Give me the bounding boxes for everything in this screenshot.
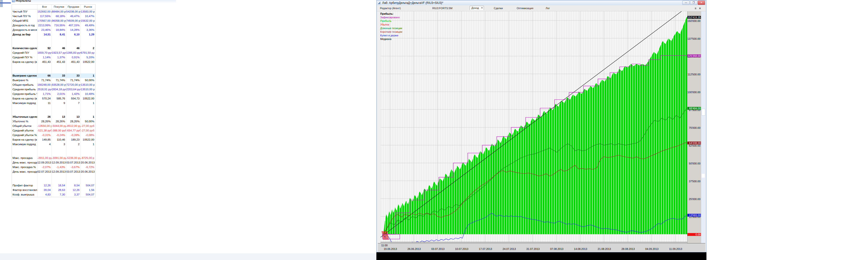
cell-value: 49,47%	[66, 14, 81, 18]
legend-item: Убыток	[380, 23, 402, 27]
cell-value: 13510,00 р	[81, 87, 95, 92]
table-row[interactable]: Чистый П/У152692,00 р88484,00 ру54208,00…	[12, 9, 95, 14]
results-window-caption[interactable]: Результаты	[11, 0, 176, 3]
cell-value: 1,37%	[52, 55, 66, 60]
table-row[interactable]: Баров на сделку (в ср451,43451,43451,431…	[12, 60, 95, 64]
cell-value: 50,00%	[81, 119, 95, 124]
table-row[interactable]: Доходность в год2213,99%716,55%407,15%49…	[12, 23, 95, 28]
cell-value: 4,83	[37, 192, 52, 197]
tab-оптимизация[interactable]: Оптимизация	[515, 6, 535, 10]
vertical-scrollbar[interactable]	[701, 5, 706, 243]
column-header: Продажи	[66, 5, 81, 9]
table-row[interactable]: Коэф. выигрыша4,837,303,37504,07	[12, 192, 95, 197]
table-row[interactable]: Максимум подряд4321	[12, 142, 95, 147]
table-row[interactable]: Средняя прибыль2518,91 руб2834,18 руб220…	[12, 87, 95, 92]
row-label: День макс. просадки	[12, 170, 37, 174]
table-row[interactable]: Общий MFE170567,00 р96058,00 ру74509,00 …	[12, 18, 95, 23]
table-row[interactable]: Баров на сделку (в ср149,85110,46189,231…	[12, 138, 95, 142]
x-axis-date: 03.07.2013	[431, 248, 444, 250]
minimize-button[interactable]: —	[682, 1, 689, 5]
y-axis-tick: 112'500.00	[688, 73, 701, 76]
tab-сделки[interactable]: Сделки	[492, 6, 504, 10]
cell-value: -0,24%	[52, 133, 66, 138]
chart-legend: Прибыль: ЗафиксированоПрибыльУбытокДлинн…	[380, 12, 402, 41]
table-row[interactable]: Общая прибыль166248,00 р93528,00 ру72720…	[12, 82, 95, 87]
cell-value: 33	[66, 73, 81, 78]
panel-close-icon[interactable]: ✕	[699, 7, 701, 10]
maximize-button[interactable]: ❐	[690, 1, 697, 5]
cell-value: -27,00 руб	[81, 128, 95, 133]
cell-value: 03.07.2013	[66, 170, 81, 174]
tab-доход[interactable]: Доход✕	[470, 6, 484, 10]
cell-value: 1,14%	[37, 55, 52, 60]
tab-riu3-forts-5m[interactable]: RIU3:FORTS:5M	[431, 6, 454, 10]
cell-value: 585,76	[52, 96, 66, 101]
cell-value: 0,91%	[66, 55, 81, 60]
row-label: Фактор восстановлени	[12, 188, 37, 192]
row-label: Убыточных сделок	[12, 115, 37, 119]
legend-item: Зафиксировано	[380, 16, 402, 19]
x-axis-time-label: 11:00	[381, 244, 388, 247]
statistics-table[interactable]: ВсеПокупкиПродажиРынокЧистый П/У152692,0…	[11, 4, 95, 197]
table-row[interactable]: Средний П/У %1,14%1,37%0,91%5,20%	[12, 55, 95, 60]
x-axis: 11:00 19.06.201326.06.201303.07.201310.0…	[378, 243, 705, 252]
tab-лог[interactable]: Лог	[544, 6, 551, 10]
table-row[interactable]: День макс. просадки02.07.201312.09.20130…	[12, 170, 95, 174]
table-row[interactable]: Общий убыток-13556,00 р-5044,00 ру-8512,…	[12, 124, 95, 128]
x-axis-date: 19.06.2013	[383, 248, 397, 250]
tab-close-icon[interactable]: ✕	[481, 6, 483, 9]
table-row[interactable]: Выиграно %71,74%71,74%71,74%50,00%	[12, 78, 95, 82]
table-row[interactable]: Количество сделок9246462	[12, 46, 95, 50]
row-label: Общая прибыль	[12, 82, 37, 87]
table-row[interactable]: Средний убыток %-0,31%-0,24%-0,39%-0,08%	[12, 133, 95, 138]
cell-value: -0,39%	[66, 133, 81, 138]
row-label: Средний П/У %	[12, 55, 37, 60]
cell-value: 1,71%	[37, 92, 52, 96]
cell-value: 2518,91 руб	[37, 87, 52, 92]
cell-value: 2834,18 руб	[52, 87, 66, 92]
column-header: Рынок	[81, 5, 95, 9]
cell-value: -8725,00 р	[81, 156, 95, 160]
series-value-marker-buy-and-hold: 13'583.00	[687, 214, 701, 217]
cell-value: 152692,00 р	[37, 9, 52, 14]
table-row[interactable]: Средний убыток-521,38 руб-388,00 руб-654…	[12, 128, 95, 133]
cell-value: 12,26	[37, 183, 52, 188]
table-row[interactable]: Средний П/У1659,70 руб1923,57 руб1395,83…	[12, 50, 95, 55]
table-row[interactable]: Убыточно %28,26%28,26%28,26%50,00%	[12, 119, 95, 124]
table-row[interactable]: Доходность в месяц23,46%18,84%14,28%3,36…	[12, 28, 95, 32]
cell-value: 504,07	[81, 183, 95, 188]
table-row[interactable]: Средняя прибыль %1,71%2,01%1,42%10,49%	[12, 92, 95, 96]
table-row[interactable]: Макс. просадка %-2,07%-1,43%-3,67%-6,72%	[12, 165, 95, 170]
close-button[interactable]: ✕	[698, 1, 705, 5]
table-row[interactable]: Выиграно сделок6633331	[12, 73, 95, 78]
table-spacer-row	[12, 110, 95, 115]
window-controls: — ❐ ✕	[682, 1, 705, 5]
table-row[interactable]: Баров на сделку (в ср570,24585,76554,731…	[12, 96, 95, 101]
y-axis-tick: 37'500.00	[689, 180, 701, 183]
equity-chart[interactable]	[377, 0, 706, 252]
row-label: Профит фактор	[12, 183, 37, 188]
cell-value: 3,37	[66, 192, 81, 197]
panel-filter-icon[interactable]: ≡	[695, 7, 696, 10]
tab-редактор-агент-[interactable]: Редактор (Агент)	[378, 6, 402, 10]
lab-window-titlebar[interactable]: Лаб: АрбитрДельтаД+ДельтаVF (RIU3+SIU3)*	[377, 0, 706, 5]
table-row[interactable]: Профит фактор12,2618,548,54504,07	[12, 183, 95, 188]
table-row[interactable]: Фактор восстановлени39,0428,6312,261,56	[12, 188, 95, 192]
y-axis-tick: 25'000.00	[689, 198, 701, 200]
cell-value: 28,26%	[66, 119, 81, 124]
table-row[interactable]: Макс. просадка-3911,00 ру-3091,00 ру-523…	[12, 156, 95, 160]
table-row[interactable]: Максимум подряд11971	[12, 101, 95, 105]
legend-item: Купил и держи	[380, 34, 402, 37]
table-row[interactable]: Чистый П/У %117,55%68,18%49,47%10,47%	[12, 14, 95, 18]
cell-value: 23,46%	[37, 28, 52, 32]
table-row[interactable]: День макс. просадки12.09.201312.09.20130…	[12, 160, 95, 165]
table-row[interactable]: Убыточных сделок2613131	[12, 115, 95, 119]
cell-value: 504,07	[81, 192, 95, 197]
cell-value: 18,54	[52, 183, 66, 188]
x-axis-date: 04.09.2013	[645, 248, 658, 250]
table-row[interactable]: Доход за бар14,518,416,101,29	[12, 32, 95, 37]
cell-value: 189,23	[66, 138, 81, 142]
cell-value: 11	[37, 101, 52, 105]
scrollbar-thumb[interactable]	[702, 109, 705, 116]
table-spacer-row	[12, 179, 95, 183]
